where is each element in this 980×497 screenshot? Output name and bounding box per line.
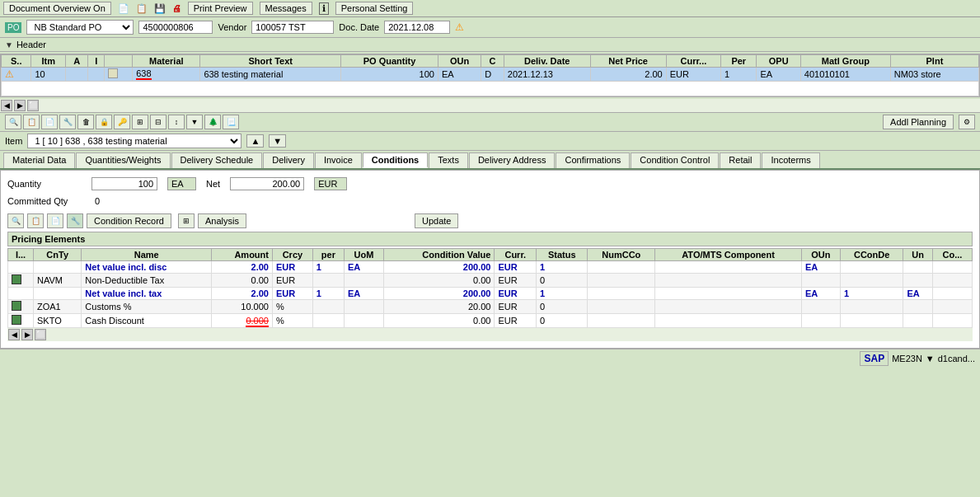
cell-curr: EUR xyxy=(495,300,537,314)
pricing-search-btn[interactable]: 🔍 xyxy=(7,213,24,228)
quantity-input[interactable] xyxy=(91,177,157,190)
tabs-row: Material Data Quantities/Weights Deliver… xyxy=(0,151,980,170)
green-indicator xyxy=(12,301,21,311)
cell-numcco xyxy=(588,288,655,300)
lock-btn[interactable]: 🔒 xyxy=(96,115,112,129)
col-material: Material xyxy=(133,55,200,68)
new-doc-icon[interactable]: 📄 xyxy=(118,3,129,14)
nav-up-btn[interactable]: ▲ xyxy=(246,134,264,148)
cell-deliv-date: 2021.12.13 xyxy=(504,68,590,82)
tab-delivery-schedule[interactable]: Delivery Schedule xyxy=(171,152,263,168)
doc-number-field[interactable] xyxy=(138,21,213,34)
header-label-row: ▼ Header xyxy=(0,38,980,52)
net-value-input[interactable] xyxy=(230,177,304,190)
analysis-btn[interactable]: Analysis xyxy=(198,213,246,228)
personal-setting-btn[interactable]: Personal Setting xyxy=(335,2,414,15)
save-icon[interactable]: 💾 xyxy=(154,3,166,14)
tree-btn[interactable]: 🌲 xyxy=(204,115,221,129)
pricing-scroll-left[interactable]: ◀ xyxy=(8,329,20,340)
cell-ato xyxy=(655,300,802,314)
pricing-btn3[interactable]: 📄 xyxy=(47,213,63,228)
tab-delivery[interactable]: Delivery xyxy=(263,152,314,168)
scroll-more-btn[interactable]: ⬜ xyxy=(27,100,39,111)
split-btn[interactable]: ⊞ xyxy=(132,115,148,129)
delete-btn[interactable]: 🗑 xyxy=(77,115,94,129)
quantity-label: Quantity xyxy=(7,179,82,189)
cell-oun: EA xyxy=(801,261,840,274)
cell-uom: EA xyxy=(344,288,383,300)
doc-type-select[interactable]: NB Standard PO xyxy=(26,20,134,35)
item-select[interactable]: 1 [ 10 ] 638 , 638 testing material xyxy=(27,134,241,148)
sap-icon[interactable]: 🖨 xyxy=(172,3,181,13)
pricing-scroll-right[interactable]: ▶ xyxy=(21,329,33,340)
pricing-table-icon[interactable]: ⊞ xyxy=(178,213,195,228)
pricing-scroll-more[interactable]: ⬜ xyxy=(35,329,46,340)
cell-un xyxy=(903,274,932,288)
cell-crcy: % xyxy=(272,314,312,328)
scroll-right-btn[interactable]: ▶ xyxy=(14,100,26,111)
col-per: Per xyxy=(721,55,757,68)
collapse-icon[interactable]: ▼ xyxy=(5,40,13,49)
tab-retail[interactable]: Retail xyxy=(720,152,761,168)
col-itm: Itm xyxy=(31,55,65,68)
net-currency[interactable] xyxy=(314,177,347,190)
tab-invoice[interactable]: Invoice xyxy=(315,152,362,168)
btn4[interactable]: 🔧 xyxy=(59,115,76,129)
info-icon[interactable]: ℹ xyxy=(319,2,329,15)
col-uom: UoM xyxy=(344,249,383,261)
copy-icon[interactable]: 📋 xyxy=(136,3,148,14)
print-preview-btn[interactable]: Print Preview xyxy=(188,2,253,15)
cell-per xyxy=(312,300,344,314)
tab-confirmations[interactable]: Confirmations xyxy=(556,152,630,168)
extra-btn[interactable]: ⚙ xyxy=(959,115,975,129)
pricing-btn4[interactable]: 🔧 xyxy=(67,213,83,228)
vendor-field[interactable] xyxy=(251,21,334,34)
col-per: per xyxy=(312,249,344,261)
table-row[interactable]: ⚠ 10 638 638 testing material 100 EA D 2… xyxy=(2,68,979,82)
pricing-row-2[interactable]: NAVM Non-Deductible Tax 0.00 EUR 0.00 EU… xyxy=(8,274,973,288)
btn2[interactable]: 📋 xyxy=(23,115,40,129)
sort-btn[interactable]: ↕ xyxy=(168,115,185,129)
doc-date-field[interactable] xyxy=(384,21,450,34)
update-btn[interactable]: Update xyxy=(415,213,458,228)
pricing-btn2[interactable]: 📋 xyxy=(27,213,44,228)
tab-condition-control[interactable]: Condition Control xyxy=(631,152,719,168)
pricing-row-3[interactable]: Net value incl. tax 2.00 EUR 1 EA 200.00… xyxy=(8,288,973,300)
quantity-row: Quantity Net xyxy=(7,177,973,190)
filter-btn[interactable]: ▼ xyxy=(186,115,203,129)
pricing-row-1[interactable]: Net value incl. disc 2.00 EUR 1 EA 200.0… xyxy=(8,261,973,274)
conditions-content: Quantity Net Committed Qty 0 🔍 📋 📄 🔧 Con… xyxy=(0,170,980,349)
messages-btn[interactable]: Messages xyxy=(260,2,312,15)
cell-matl-group: 401010101 xyxy=(800,68,890,82)
cell-indicator xyxy=(8,274,34,288)
tab-texts[interactable]: Texts xyxy=(429,152,468,168)
lock2-btn[interactable]: 🔑 xyxy=(114,115,130,129)
cell-name: Customs % xyxy=(82,300,212,314)
header-section-label: Header xyxy=(16,40,46,49)
quantity-unit[interactable] xyxy=(167,177,196,190)
cell-po-qty: 100 xyxy=(341,68,438,82)
addl-planning-btn[interactable]: Addl Planning xyxy=(883,115,954,129)
search-btn[interactable]: 🔍 xyxy=(5,115,21,129)
cell-name: Non-Deductible Tax xyxy=(82,274,212,288)
pricing-row-5[interactable]: SKTO Cash Discount 0.000 % 0.00 EUR 0 xyxy=(8,314,973,328)
tab-delivery-address[interactable]: Delivery Address xyxy=(469,152,556,168)
condition-record-btn[interactable]: Condition Record xyxy=(87,213,171,228)
scroll-left-btn[interactable]: ◀ xyxy=(1,100,12,111)
tab-material-data[interactable]: Material Data xyxy=(3,152,75,168)
page-btn[interactable]: 📃 xyxy=(223,115,239,129)
pricing-elements-label: Pricing Elements xyxy=(7,232,973,246)
cell-cond-value: 0.00 xyxy=(383,274,495,288)
document-overview-btn[interactable]: Document Overview On xyxy=(3,2,111,15)
join-btn[interactable]: ⊟ xyxy=(150,115,166,129)
tab-conditions[interactable]: Conditions xyxy=(363,152,428,168)
committed-row: Committed Qty 0 xyxy=(7,195,973,207)
tab-incoterms[interactable]: Incoterms xyxy=(762,152,819,168)
tab-quantities-weights[interactable]: Quantities/Weights xyxy=(76,152,170,168)
cell-amount: 2.00 xyxy=(212,261,273,274)
pricing-row-4[interactable]: ZOA1 Customs % 10.000 % 20.00 EUR 0 xyxy=(8,300,973,314)
cell-ato xyxy=(655,314,802,328)
btn3[interactable]: 📄 xyxy=(41,115,58,129)
cell-per: 1 xyxy=(721,68,757,82)
nav-down-btn[interactable]: ▼ xyxy=(269,134,286,148)
